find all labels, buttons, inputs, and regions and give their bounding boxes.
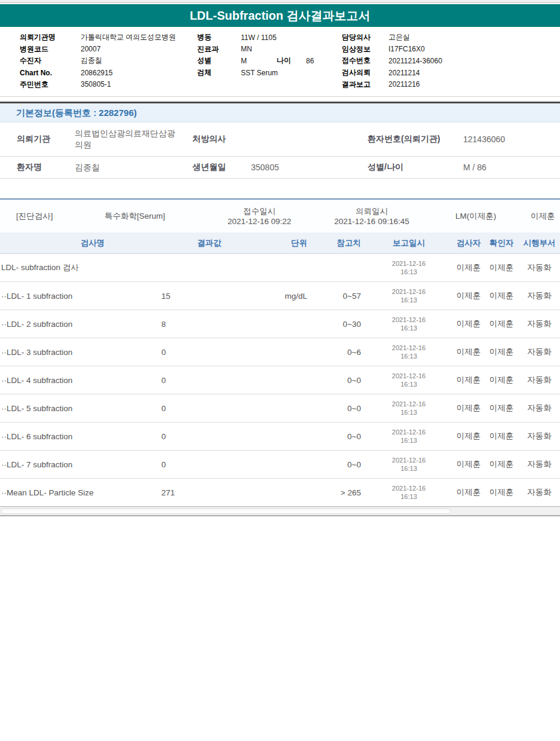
- result-row: LDL- subfraction 검사 2021-12-16 16:13 이제훈…: [0, 254, 560, 282]
- col-header-reference: 참고치: [311, 238, 365, 249]
- report-time: 16:13: [400, 465, 417, 472]
- request-datetime-value: 2021-12-16 09:16:45: [334, 216, 409, 226]
- report-time: 16:13: [400, 493, 417, 500]
- field-value: 20211214-36060: [388, 57, 442, 65]
- sex-age-label: 성별/나이: [368, 162, 463, 173]
- confirmer-name: 이제훈: [484, 487, 519, 498]
- result-value: 0: [161, 376, 257, 385]
- header-field-row: 성별 M 나이 86: [197, 55, 314, 67]
- prescribing-doctor-label: 처방의사: [192, 134, 251, 145]
- tester-name: 이제훈: [453, 459, 484, 470]
- field-value: 20862915: [81, 69, 112, 77]
- header-field-row: Chart No. 20862915: [20, 67, 176, 79]
- report-date: 2021-12-16: [392, 260, 426, 267]
- result-value: 0: [161, 404, 257, 413]
- report-time: 16:13: [400, 381, 417, 388]
- results-table-body: LDL- subfraction 검사 2021-12-16 16:13 이제훈…: [0, 254, 560, 507]
- report-datetime: 2021-12-16 16:13: [365, 344, 453, 360]
- field-value: I17FC16X0: [388, 45, 425, 53]
- result-row: ··LDL- 6 subfraction 0 0~0 2021-12-16 16…: [0, 422, 560, 451]
- report-time: 16:13: [400, 296, 417, 304]
- department: 자동화: [519, 487, 560, 498]
- horizontal-scrollbar-thumb[interactable]: [1, 509, 451, 514]
- confirmer-name: 이제훈: [484, 290, 519, 301]
- report-date: 2021-12-16: [392, 372, 426, 379]
- field-value: 김종칠: [81, 56, 102, 66]
- section-category: [진단검사]: [16, 211, 53, 222]
- col-header-unit: 단위: [257, 238, 311, 249]
- header-info-middle-column: 병동 11W / 1105 진료과 MN 성별 M 나이 86 검체: [197, 32, 314, 78]
- result-row: ··LDL- 2 subfraction 8 0~30 2021-12-16 1…: [0, 310, 560, 338]
- field-value: 20211214: [388, 69, 420, 77]
- spacer: [0, 179, 560, 198]
- report-datetime: 2021-12-16 16:13: [365, 484, 453, 501]
- tester-name: 이제훈: [453, 347, 484, 357]
- reference-range: 0~57: [311, 292, 365, 301]
- test-group: 특수화학[Serum]: [105, 211, 165, 222]
- col-header-tester: 검사자: [453, 238, 484, 249]
- horizontal-scrollbar[interactable]: [0, 507, 560, 516]
- test-name: ··LDL- 3 subfraction: [0, 348, 161, 357]
- spacer: [0, 97, 560, 102]
- result-row: ··LDL- 1 subfraction 15 mg/dL 0~57 2021-…: [0, 282, 560, 310]
- confirmer-name: 이제훈: [484, 262, 519, 273]
- field-value: 11W / 1105: [241, 33, 277, 42]
- field-label: 진료과: [197, 44, 241, 54]
- field-label: 병원코드: [20, 44, 81, 54]
- request-datetime: 의뢰일시 2021-12-16 09:16:45: [334, 206, 409, 226]
- report-date: 2021-12-16: [392, 485, 426, 492]
- header-info-left-column: 의뢰기관명 가톨릭대학교 여의도성모병원 병원코드 20007 수진자 김종칠 …: [20, 32, 176, 90]
- header-field-row: 주민번호 350805-1: [20, 78, 176, 90]
- reference-range: 0~0: [311, 432, 365, 441]
- header-field-row: 담당의사 고은실: [342, 32, 442, 44]
- test-name: ··LDL- 2 subfraction: [0, 320, 161, 329]
- test-name: ··LDL- 5 subfraction: [0, 404, 161, 413]
- field-label: 접수번호: [342, 56, 388, 66]
- field-value: M: [241, 57, 277, 65]
- department: 자동화: [519, 403, 560, 414]
- result-value: 8: [161, 320, 257, 329]
- results-table-header: 검사명 결과값 단위 참고치 보고일시 검사자 확인자 시행부서: [0, 232, 560, 254]
- col-header-result: 결과값: [161, 238, 257, 249]
- department: 자동화: [519, 375, 560, 385]
- reference-range: 0~30: [311, 320, 365, 329]
- result-row: ··LDL- 4 subfraction 0 0~0 2021-12-16 16…: [0, 366, 560, 394]
- department: 자동화: [519, 319, 560, 329]
- test-name: LDL- subfraction 검사: [0, 262, 161, 273]
- reference-range: 0~0: [311, 376, 365, 385]
- col-header-test-name: 검사명: [0, 238, 161, 249]
- confirmer-name: 이제훈: [484, 319, 519, 329]
- field-label: 담당의사: [342, 32, 388, 42]
- report-datetime: 2021-12-16 16:13: [365, 456, 453, 473]
- field-value: 350805-1: [81, 80, 111, 88]
- header-info-right-column: 담당의사 고은실 임상정보 I17FC16X0 접수번호 20211214-36…: [342, 32, 442, 90]
- report-time: 16:13: [400, 353, 417, 360]
- department: 자동화: [519, 431, 560, 442]
- field-label: 주민번호: [20, 79, 81, 90]
- header-field-row: 병동 11W / 1105: [197, 32, 314, 44]
- test-name: ··LDL- 6 subfraction: [0, 432, 161, 441]
- field-value: 20007: [81, 45, 100, 53]
- report-date: 2021-12-16: [392, 316, 426, 323]
- field-label: 성별: [197, 56, 241, 66]
- patient-number-value: 121436060: [463, 134, 560, 144]
- header-field-row: 수진자 김종칠: [20, 55, 176, 67]
- tester-name: 이제훈: [453, 319, 484, 329]
- field-label: Chart No.: [20, 69, 81, 77]
- receipt-datetime-value: 2021-12-16 09:22: [228, 216, 292, 226]
- lm-reviewer: LM(이제훈): [455, 211, 496, 222]
- tester-name: 이제훈: [453, 403, 484, 414]
- report-datetime: 2021-12-16 16:13: [365, 372, 453, 388]
- result-value: 0: [161, 348, 257, 357]
- diagnostic-section-band: [진단검사] 특수화학[Serum] 접수일시 2021-12-16 09:22…: [0, 198, 560, 232]
- test-name: ··LDL- 7 subfraction: [0, 460, 161, 469]
- reference-range: > 265: [311, 488, 365, 497]
- patient-name-value: 김종칠: [75, 162, 192, 173]
- report-time: 16:13: [400, 268, 417, 275]
- result-row: ··LDL- 7 subfraction 0 0~0 2021-12-16 16…: [0, 451, 560, 479]
- header-field-row: 의뢰기관명 가톨릭대학교 여의도성모병원: [20, 32, 176, 44]
- report-time: 16:13: [400, 324, 417, 332]
- col-header-confirmer: 확인자: [484, 238, 519, 249]
- field-value: 고은실: [388, 32, 410, 42]
- test-name: ··LDL- 4 subfraction: [0, 376, 161, 385]
